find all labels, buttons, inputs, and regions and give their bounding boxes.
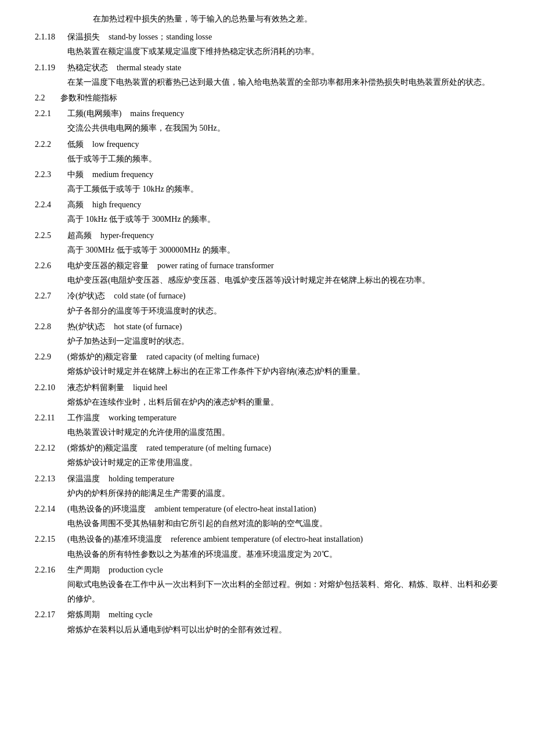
entry-2-2-10: 2.2.10 液态炉料留剩量 liquid heel 熔炼炉在连续作业时，出料后…: [35, 380, 499, 409]
entry-title-cn: (电热设备的)基准环境温度: [67, 532, 162, 546]
entry-number: 2.2.1: [35, 106, 63, 121]
entry-number: 2.2.13: [35, 471, 63, 486]
entry-title-cn: 生产周期: [67, 563, 100, 577]
entry-2-2-5: 2.2.5 超高频 hyper-frequency 高于 300MHz 低于或等…: [35, 228, 499, 257]
entry-body: 在某一温度下电热装置的积蓄热已达到最大值，输入给电热装置的全部功率都用来补偿热损…: [35, 75, 499, 89]
entry-title-en: medium frequency: [88, 167, 153, 182]
entry-2-2-8: 2.2.8 热(炉状)态 hot state (of furnace) 炉子加热…: [35, 319, 499, 348]
entry-title-en: mains frequency: [126, 106, 184, 121]
entry-number: 2.2.10: [35, 380, 63, 395]
entry-2-2-2: 2.2.2 低频 low frequency 低于或等于工频的频率。: [35, 137, 499, 166]
entry-2-2-7: 2.2.7 冷(炉状)态 cold state (of furnace) 炉子各…: [35, 289, 499, 318]
entry-number: 2.2.15: [35, 532, 63, 546]
entry-body: 电炉变压器(电阻炉变压器、感应炉变压器、电弧炉变压器等)设计时规定并在铭牌上标出…: [35, 273, 499, 287]
entry-title-cn: 热(炉状)态: [67, 319, 105, 334]
entry-title-en: working temperature: [104, 411, 176, 425]
entry-title-en: melting cycle: [104, 607, 153, 622]
entry-2-2-17: 2.2.17 熔炼周期 melting cycle 熔炼炉在装料以后从通电到炉料…: [35, 607, 499, 636]
entry-body: 低于或等于工频的频率。: [35, 152, 499, 166]
entry-2-2-6: 2.2.6 电炉变压器的额定容量 power rating of furnace…: [35, 258, 499, 287]
entry-body: 交流公共供电电网的频率，在我国为 50Hz。: [35, 121, 499, 135]
entry-2-1-19: 2.1.19 热稳定状态 thermal steady state 在某一温度下…: [35, 60, 499, 89]
entry-body: 电热装置在额定温度下或某规定温度下维持热稳定状态所消耗的功率。: [35, 44, 499, 59]
top-paragraph: 在加热过程中损失的热量，等于输入的总热量与有效热之差。: [35, 12, 499, 26]
entry-title-en: cold state (of furnace): [110, 289, 185, 303]
entry-number: 2.2.17: [35, 607, 63, 622]
entry-2-2-3: 2.2.3 中频 medium frequency 高于工频低于或等于 10kH…: [35, 167, 499, 196]
entry-number: 2.2.8: [35, 319, 63, 334]
entry-title-en: high frequency: [88, 197, 141, 212]
entry-2-2-13: 2.2.13 保温温度 holding temperature 炉内的炉料所保持…: [35, 471, 499, 501]
entry-title-cn: 液态炉料留剩量: [67, 380, 124, 395]
entry-2-1-18: 2.1.18 保温损失 stand-by losses；standing los…: [35, 30, 499, 59]
entry-number: 2.2.14: [35, 502, 63, 516]
entry-title-cn: (熔炼炉的)额定容量: [67, 350, 138, 364]
entry-title-cn: 冷(炉状)态: [67, 289, 105, 303]
entry-title-cn: 工频(电网频率): [67, 106, 121, 121]
entry-number: 2.2.7: [35, 289, 63, 303]
entry-2-2-1: 2.2.1 工频(电网频率) mains frequency 交流公共供电电网的…: [35, 106, 499, 135]
entry-title-cn: 保温温度: [67, 471, 100, 486]
entry-body: 熔炼炉设计时规定的正常使用温度。: [35, 455, 499, 470]
entry-number: 2.2.2: [35, 137, 63, 152]
entry-body: 电热设备的所有特性参数以之为基准的环境温度。基准环境温度定为 20℃。: [35, 547, 499, 561]
entry-title-en: ambient temperature (of electro-heat ins…: [150, 502, 316, 516]
entry-title-en: rated temperature (of melting furnace): [142, 441, 271, 455]
entry-2-2-11: 2.2.11 工作温度 working temperature 电热装置设计时规…: [35, 411, 499, 440]
entry-title-en: stand-by losses；standing losse: [104, 30, 212, 44]
entry-title-en: rated capacity (of melting furnace): [142, 350, 259, 364]
entry-title-cn: 工作温度: [67, 411, 100, 425]
entry-body: 电热装置设计时规定的允许使用的温度范围。: [35, 425, 499, 440]
entry-title-en: production cycle: [104, 563, 163, 577]
entry-body: 高于工频低于或等于 10kHz 的频率。: [35, 182, 499, 196]
entry-number: 2.2.4: [35, 197, 63, 212]
entry-number: 2.2.3: [35, 167, 63, 182]
entry-2-2-9: 2.2.9 (熔炼炉的)额定容量 rated capacity (of melt…: [35, 350, 499, 379]
entry-title-en: hyper-frequency: [96, 228, 154, 243]
entry-number: 2.2.11: [35, 411, 63, 425]
entry-2-2-16: 2.2.16 生产周期 production cycle 间歇式电热设备在工作中…: [35, 563, 499, 607]
entry-body: 高于 10kHz 低于或等于 300MHz 的频率。: [35, 212, 499, 226]
entry-body: 高于 300MHz 低于或等于 300000MHz 的频率。: [35, 243, 499, 257]
entry-2-2-15: 2.2.15 (电热设备的)基准环境温度 reference ambient t…: [35, 532, 499, 561]
entry-body: 熔炼炉在装料以后从通电到炉料可以出炉时的全部有效过程。: [35, 622, 499, 637]
entry-title-cn: 熔炼周期: [67, 607, 100, 622]
entry-number: 2.1.18: [35, 30, 63, 44]
entry-body: 间歇式电热设备在工作中从一次出料到下一次出料的全部过程。例如：对熔炉包括装料、熔…: [35, 577, 499, 606]
entry-title-cn: 低频: [67, 137, 84, 152]
entry-number: 2.2.5: [35, 228, 63, 243]
entry-number: 2.2: [35, 91, 56, 105]
entry-title-cn: 高频: [67, 197, 84, 212]
entry-title-en: hot state (of furnace): [110, 319, 182, 334]
entry-2-2-12: 2.2.12 (熔炼炉的)额定温度 rated temperature (of …: [35, 441, 499, 470]
entry-number: 2.2.16: [35, 563, 63, 577]
entry-body: 熔炼炉设计时规定并在铭牌上标出的在正常工作条件下炉内容纳(液态)炉料的重量。: [35, 364, 499, 379]
entry-number: 2.2.12: [35, 441, 63, 455]
entry-title-en: liquid heel: [129, 380, 168, 395]
entry-title-cn: (电热设备的)环境温度: [67, 502, 146, 516]
entry-title-cn: 超高频: [67, 228, 92, 243]
entry-title-en: low frequency: [88, 137, 139, 152]
entry-number: 2.2.9: [35, 350, 63, 364]
entry-2-2: 2.2 参数和性能指标: [35, 91, 499, 105]
entry-title-cn: 中频: [67, 167, 84, 182]
entry-title-cn: 保温损失: [67, 30, 100, 44]
entry-title-cn: 热稳定状态: [67, 60, 108, 75]
entry-number: 2.1.19: [35, 60, 63, 75]
entry-title-cn: 电炉变压器的额定容量: [67, 258, 149, 273]
entry-title-cn: (熔炼炉的)额定温度: [67, 441, 138, 455]
entry-title-cn: 参数和性能指标: [60, 91, 117, 105]
entry-title-en: holding temperature: [104, 471, 174, 486]
entry-body: 炉内的炉料所保持的能满足生产需要的温度。: [35, 486, 499, 501]
entry-title-en: thermal steady state: [113, 60, 181, 75]
entry-body: 炉子加热达到一定温度时的状态。: [35, 334, 499, 348]
entry-2-2-4: 2.2.4 高频 high frequency 高于 10kHz 低于或等于 3…: [35, 197, 499, 226]
entry-2-2-14: 2.2.14 (电热设备的)环境温度 ambient temperature (…: [35, 502, 499, 531]
entry-number: 2.2.6: [35, 258, 63, 273]
entry-title-en: reference ambient temperature (of electr…: [167, 532, 363, 546]
entry-body: 熔炼炉在连续作业时，出料后留在炉内的液态炉料的重量。: [35, 395, 499, 409]
entry-body: 炉子各部分的温度等于环境温度时的状态。: [35, 304, 499, 318]
entry-body: 电热设备周围不受其热辐射和由它所引起的自然对流的影响的空气温度。: [35, 516, 499, 531]
entry-title-en: power rating of furnace transformer: [153, 258, 274, 273]
